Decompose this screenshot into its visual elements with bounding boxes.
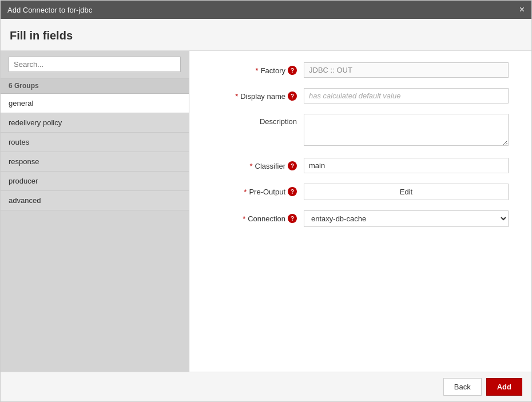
connection-control: entaxy-db-cache	[304, 210, 509, 227]
edit-button[interactable]: Edit	[304, 184, 509, 200]
page-title: Fill in fields	[10, 29, 522, 42]
factory-info-icon[interactable]: ?	[288, 66, 297, 75]
modal-header-title: Add Connector to for-jdbc	[7, 6, 92, 14]
search-input[interactable]	[9, 57, 181, 72]
classifier-input[interactable]	[304, 158, 509, 173]
factory-control	[304, 62, 509, 78]
search-area	[1, 51, 189, 78]
description-row: Description	[212, 114, 509, 148]
close-button[interactable]: ×	[519, 5, 525, 14]
title-bar: Fill in fields	[1, 19, 531, 51]
connection-required-star: *	[243, 214, 245, 223]
connection-label: * Connection ?	[212, 210, 304, 223]
display-name-row: * Display name ?	[212, 88, 509, 104]
sidebar-item-advanced[interactable]: advanced	[1, 191, 189, 210]
display-name-control	[304, 88, 509, 104]
display-name-label-text: Display name	[240, 92, 285, 101]
modal-container: Add Connector to for-jdbc × Fill in fiel…	[0, 0, 532, 402]
display-name-input[interactable]	[304, 88, 509, 104]
classifier-label-text: Classifier	[255, 162, 285, 170]
pre-output-control: Edit	[304, 184, 509, 200]
add-button[interactable]: Add	[486, 378, 522, 396]
factory-row: * Factory ?	[212, 62, 509, 78]
display-name-info-icon[interactable]: ?	[288, 91, 297, 101]
modal-header: Add Connector to for-jdbc ×	[1, 1, 531, 19]
sidebar-item-general[interactable]: general	[1, 94, 189, 113]
modal-body: 6 Groups general redelivery policy route…	[1, 51, 531, 372]
description-label: Description	[212, 114, 304, 126]
sidebar-nav: general redelivery policy routes respons…	[1, 94, 189, 372]
classifier-control	[304, 158, 509, 173]
sidebar-item-response[interactable]: response	[1, 152, 189, 172]
main-content: * Factory ? * Display name ?	[189, 51, 531, 372]
classifier-info-icon[interactable]: ?	[288, 161, 297, 170]
connection-label-text: Connection	[248, 214, 285, 223]
description-textarea[interactable]	[304, 114, 509, 146]
connection-row: * Connection ? entaxy-db-cache	[212, 210, 509, 227]
factory-input[interactable]	[304, 62, 509, 78]
pre-output-label-text: Pre-Output	[249, 188, 285, 196]
back-button[interactable]: Back	[443, 378, 482, 396]
pre-output-row: * Pre-Output ? Edit	[212, 184, 509, 200]
sidebar-item-routes[interactable]: routes	[1, 133, 189, 152]
connection-select[interactable]: entaxy-db-cache	[304, 210, 509, 227]
factory-required-star: *	[256, 66, 259, 75]
display-name-label: * Display name ?	[212, 88, 304, 101]
factory-label-text: Factory	[261, 66, 285, 75]
pre-output-required-star: *	[244, 188, 247, 196]
display-name-required-star: *	[235, 92, 238, 101]
classifier-label: * Classifier ?	[212, 158, 304, 170]
pre-output-label: * Pre-Output ?	[212, 184, 304, 196]
modal-footer: Back Add	[1, 372, 531, 401]
sidebar-item-redelivery-policy[interactable]: redelivery policy	[1, 113, 189, 133]
description-label-text: Description	[260, 117, 297, 126]
pre-output-info-icon[interactable]: ?	[288, 187, 297, 196]
sidebar-item-producer[interactable]: producer	[1, 172, 189, 191]
description-control	[304, 114, 509, 148]
sidebar: 6 Groups general redelivery policy route…	[1, 51, 189, 372]
connection-info-icon[interactable]: ?	[288, 214, 297, 223]
group-count-label: 6 Groups	[1, 78, 189, 94]
classifier-row: * Classifier ?	[212, 158, 509, 173]
factory-label: * Factory ?	[212, 62, 304, 75]
classifier-required-star: *	[249, 162, 252, 170]
